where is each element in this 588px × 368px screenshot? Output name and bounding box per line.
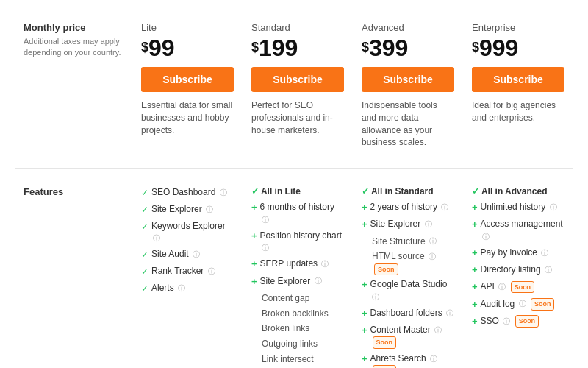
standard-description: Perfect for SEO professionals and in-hou…	[251, 99, 344, 136]
checkmark-icon: ✓	[141, 187, 148, 199]
features-section: Features ✓ SEO Dashboard ⓘ ✓ Site Explor…	[15, 180, 573, 368]
feature-text: Position history chart ⓘ	[260, 230, 344, 255]
soon-badge: Soon	[531, 298, 555, 311]
feature-text: Audit log ⓘ Soon	[481, 298, 555, 311]
list-item: ✓ Site Explorer ⓘ	[141, 203, 234, 216]
list-item: Link intersect	[251, 353, 344, 366]
list-item: + Directory listing ⓘ	[472, 263, 564, 277]
feature-text: Unlimited history ⓘ	[481, 201, 557, 213]
feature-text: Site Audit ⓘ	[151, 248, 200, 261]
list-item: + SERP updates ⓘ	[251, 258, 344, 271]
plus-icon: +	[472, 247, 478, 260]
checkmark-icon: ✓	[141, 283, 148, 295]
info-icon: ⓘ	[430, 354, 437, 364]
checkmark-icon: ✓	[362, 186, 369, 197]
feature-text: Site Explorer ⓘ	[370, 218, 432, 230]
checkmark-icon: ✓	[141, 204, 148, 216]
monthly-price-col: Monthly price Additional taxes may apply…	[15, 15, 132, 156]
pricing-table: Monthly price Additional taxes may apply…	[15, 15, 573, 156]
soon-badge: Soon	[373, 365, 397, 368]
soon-badge: Soon	[373, 336, 397, 349]
list-item: + Position history chart ⓘ	[251, 230, 344, 255]
list-item: + Pay by invoice ⓘ	[472, 247, 564, 260]
lite-subscribe-button[interactable]: Subscribe	[141, 67, 234, 92]
feature-text: Pay by invoice ⓘ	[481, 247, 549, 259]
feature-text: Dashboard folders ⓘ	[370, 307, 453, 319]
enterprise-description: Ideal for big agencies and enterprises.	[472, 99, 564, 124]
feature-text: SERP updates ⓘ	[260, 258, 329, 270]
plus-icon: +	[251, 275, 257, 289]
feature-text: Alerts ⓘ	[151, 282, 185, 294]
plus-icon: +	[251, 258, 257, 271]
advanced-description: Indispensable tools and more data allowa…	[362, 99, 454, 149]
info-icon: ⓘ	[482, 232, 490, 242]
info-icon: ⓘ	[550, 202, 557, 213]
list-item: + 2 years of history ⓘ	[362, 201, 454, 214]
advanced-features-header: ✓ All in Standard	[362, 186, 454, 197]
info-icon: ⓘ	[178, 283, 185, 294]
list-item: ✓ Rank Tracker ⓘ	[141, 265, 234, 278]
info-icon: ⓘ	[545, 265, 552, 275]
list-item: + API ⓘ Soon	[472, 280, 564, 294]
info-icon: ⓘ	[429, 236, 437, 247]
list-item: + Site Explorer ⓘ	[251, 275, 344, 289]
list-item: + Access management ⓘ	[472, 218, 564, 243]
feature-text: 2 years of history ⓘ	[370, 201, 449, 213]
plus-icon: +	[472, 280, 478, 294]
list-item: ✓ SEO Dashboard ⓘ	[141, 186, 234, 199]
info-icon: ⓘ	[153, 233, 160, 244]
features-label: Features	[24, 186, 123, 197]
info-icon: ⓘ	[503, 316, 510, 327]
checkmark-icon: ✓	[141, 221, 148, 233]
lite-plan-col: Lite $99 Subscribe Essential data for sm…	[132, 15, 243, 156]
enterprise-plan-col: Enterprise $999 Subscribe Ideal for big …	[463, 15, 573, 156]
list-item: Site Structure ⓘ	[362, 236, 454, 248]
feature-text: Ahrefs Search ⓘ Soon	[370, 353, 454, 368]
advanced-subscribe-button[interactable]: Subscribe	[362, 67, 454, 92]
list-item: Broken backlinks	[251, 308, 344, 320]
advanced-features-col: ✓ All in Standard + 2 years of history ⓘ…	[353, 180, 463, 368]
plus-icon: +	[362, 324, 368, 337]
info-icon: ⓘ	[519, 299, 526, 309]
list-item: ✓ Keywords Explorer ⓘ	[141, 220, 234, 245]
list-item: ✓ Alerts ⓘ	[141, 282, 234, 295]
info-icon: ⓘ	[425, 219, 432, 230]
enterprise-features-header: ✓ All in Advanced	[472, 186, 564, 197]
info-icon: ⓘ	[193, 250, 200, 260]
list-item: Broken links	[251, 322, 344, 335]
list-item: + Site Explorer ⓘ	[362, 218, 454, 231]
feature-text: Directory listing ⓘ	[481, 263, 552, 276]
standard-price: $199	[251, 36, 344, 60]
plus-icon: +	[472, 218, 478, 231]
standard-plan-name: Standard	[251, 22, 344, 33]
feature-text: Content Master ⓘ Soon	[370, 324, 454, 349]
standard-subscribe-button[interactable]: Subscribe	[251, 67, 344, 92]
list-item: ✓ Site Audit ⓘ	[141, 248, 234, 261]
info-icon: ⓘ	[208, 266, 215, 277]
checkmark-icon: ✓	[251, 186, 259, 197]
soon-badge: Soon	[511, 281, 535, 294]
enterprise-subscribe-button[interactable]: Subscribe	[472, 67, 564, 92]
list-item: + Ahrefs Search ⓘ Soon	[362, 353, 454, 368]
lite-currency: $	[141, 40, 148, 54]
enterprise-plan-name: Enterprise	[472, 22, 564, 33]
list-item: + Dashboard folders ⓘ	[362, 307, 454, 320]
list-item: HTML source ⓘ Soon	[362, 250, 454, 275]
feature-text: Rank Tracker ⓘ	[151, 265, 215, 277]
plus-icon: +	[251, 201, 257, 214]
feature-text: SEO Dashboard ⓘ	[151, 186, 227, 199]
monthly-sub: Additional taxes may apply depending on …	[24, 36, 123, 59]
plus-icon: +	[362, 218, 368, 231]
advanced-currency: $	[362, 40, 369, 54]
info-icon: ⓘ	[262, 243, 269, 253]
info-icon: ⓘ	[434, 325, 442, 336]
section-divider	[15, 168, 573, 169]
info-icon: ⓘ	[262, 215, 269, 225]
soon-badge: Soon	[515, 315, 539, 328]
list-item: + Google Data Studio ⓘ	[362, 278, 454, 303]
lite-description: Essential data for small businesses and …	[141, 99, 234, 136]
info-icon: ⓘ	[429, 252, 436, 262]
info-icon: ⓘ	[315, 276, 322, 286]
info-icon: ⓘ	[372, 292, 379, 302]
list-item: + 6 months of history ⓘ	[251, 201, 344, 226]
